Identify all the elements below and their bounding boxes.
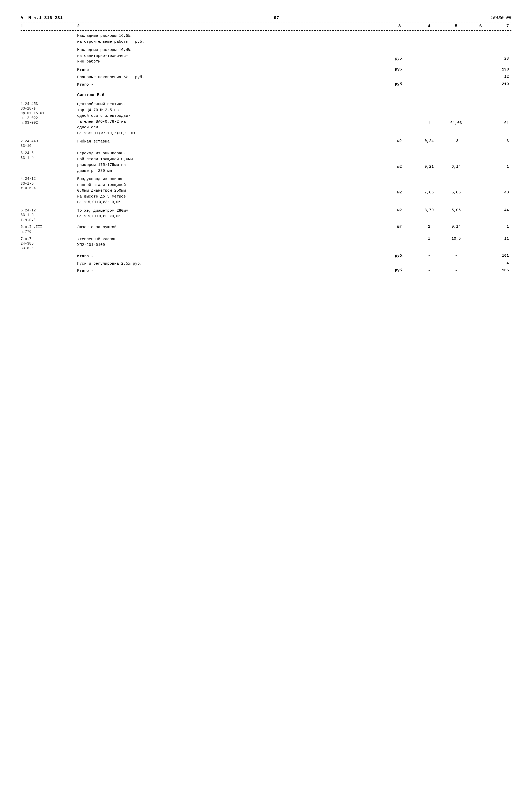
- row-item1-unit: [383, 101, 416, 121]
- row-item6-price-val: 0,14: [442, 225, 470, 229]
- row-itogo1-unit: руб.: [383, 68, 416, 72]
- row-item1-price-val: 61,03: [442, 101, 470, 125]
- row-item7-total: 11: [491, 236, 511, 241]
- row-item6-qty: 2: [416, 225, 442, 229]
- page-header: А- М ч.1 816-231 - 97 - 15430-05: [21, 15, 511, 20]
- row-item4: 4.24-1233-1-бт.ч.п.4 Воздуховод из оцинк…: [21, 176, 511, 206]
- row-item6-unit: шт: [383, 225, 416, 229]
- row-itogo-b6-dash2: -: [442, 254, 470, 258]
- row-itogo-b6-unit: руб.: [383, 254, 416, 258]
- row-pusk: Пуск и регулировка 2,5% руб. - - 4: [21, 261, 511, 267]
- row-item4-total: 40: [491, 176, 511, 195]
- row-item6-desc: Лючок с заглушкой: [77, 225, 383, 230]
- col-header-5: 5: [442, 24, 470, 28]
- row-item5: 5.24-1233-1-бт.ч.п.4 То же, диаметром 28…: [21, 208, 511, 222]
- row-itogo2: Итого - руб. 210: [21, 82, 511, 88]
- row-item6-total: 1: [491, 225, 511, 229]
- row-pusk-dash2: -: [442, 261, 470, 265]
- row-pusk-label: Пуск и регулировка 2,5% руб.: [77, 261, 383, 267]
- row-plan-total: 12: [491, 75, 511, 79]
- doc-number-right: 15430-05: [490, 15, 511, 20]
- row-item5-price-val: 5,06: [442, 208, 470, 212]
- row-item4-price: цена:5,01+0,83× 0,06: [77, 200, 120, 204]
- row-item4-desc: Воздуховод из оцинко-ванной стали толщин…: [77, 176, 383, 206]
- row-item2-desc: Гибкая вставка: [77, 139, 383, 145]
- col-header-2: 2: [77, 24, 383, 28]
- row-item3: 3.24-633-1-б Переход из оцинкован-ной ст…: [21, 151, 511, 174]
- row-item4-price-val: 5,06: [442, 176, 470, 195]
- col-header-1: 1: [21, 24, 77, 28]
- row-item7-qty: 1: [416, 236, 442, 241]
- row-item3-price-val: 6,14: [442, 151, 470, 169]
- row-item5-code: 5.24-1233-1-бт.ч.п.4: [21, 208, 77, 222]
- row-item3-desc: Переход из оцинкован-ной стали толщиной …: [77, 151, 383, 174]
- row-itogo-final-dash1: -: [416, 268, 442, 273]
- row-itogo-final-unit: руб.: [383, 268, 416, 273]
- row-item1-code: 1.24-45333-18-впр-нт 15-01п.12-022п.03-0…: [21, 101, 77, 125]
- row-item3-code: 3.24-633-1-б: [21, 151, 77, 160]
- row-itogo1-total: 198: [491, 68, 511, 72]
- row-item1-qty: 1: [416, 101, 442, 125]
- row-item1-total: 61: [491, 101, 511, 125]
- row-item5-desc: То же, диаметром 280мм цена:5,01+0,83 ×0…: [77, 208, 383, 219]
- row-itogo-final-label: Итого -: [77, 268, 383, 274]
- col-header-7: 7: [491, 24, 511, 28]
- row-item2-price-val: 13: [442, 139, 470, 143]
- row-overhead2-desc: Накладные расходы 16,4%на санитарно-техн…: [77, 47, 383, 65]
- row-item2-code: 2.24-44933-16: [21, 139, 77, 148]
- row-item5-price: цена:5,01+0,83 ×0,06: [77, 214, 120, 218]
- row-itogo-b6-dash1: -: [416, 254, 442, 258]
- row-plan-label: Плановые накопления 6% руб.: [77, 75, 383, 80]
- row-item5-unit: м2: [383, 208, 416, 212]
- row-itogo-final-dash2: -: [442, 268, 470, 273]
- row-item7: 7.в.724-38633-8-г Утепленный клапанУП2-2…: [21, 236, 511, 251]
- row-itogo1-label: Итого -: [77, 68, 383, 73]
- row-item2: 2.24-44933-16 Гибкая вставка м2 0,24 13 …: [21, 139, 511, 148]
- doc-number-left: А- М ч.1 816-231: [21, 15, 62, 20]
- row-item5-total: 44: [491, 208, 511, 212]
- row-itogo2-total: 210: [491, 82, 511, 87]
- row-item2-total: 3: [491, 139, 511, 143]
- page-number: - 97 -: [269, 15, 284, 20]
- row-itogo-final-total: 165: [491, 268, 511, 273]
- section-title-b6: Система В-6: [77, 93, 511, 97]
- header-separator: [21, 22, 511, 22]
- row-item4-code: 4.24-1233-1-бт.ч.п.4: [21, 176, 77, 191]
- row-item7-unit: ": [383, 236, 416, 241]
- row-item6-code: 6.п.Iч.IIIп.776: [21, 225, 77, 234]
- col-header-3: 3: [383, 24, 416, 28]
- row-item6: 6.п.Iч.IIIп.776 Лючок с заглушкой шт 2 0…: [21, 225, 511, 234]
- row-itogo-b6-total: 161: [491, 254, 511, 258]
- row-itogo-b6: Итого - руб. - - 161: [21, 254, 511, 260]
- row-itogo2-unit: руб.: [383, 82, 416, 87]
- row-item3-unit: м2: [383, 151, 416, 169]
- row-item5-qty: 8,79: [416, 208, 442, 212]
- row-item2-unit: м2: [383, 139, 416, 143]
- row-itogo2-label: Итого -: [77, 82, 383, 88]
- row-itogo1: Итого - руб. 198: [21, 68, 511, 73]
- row-item7-desc: Утепленный клапанУП2-201-0100: [77, 236, 383, 248]
- row-overhead2-unit: руб.: [383, 47, 416, 61]
- row-overhead1-total: -: [491, 33, 511, 38]
- row-overhead1: Накладные расходы 16,5%на строительные р…: [21, 33, 511, 45]
- row-pusk-dash1: -: [416, 261, 442, 265]
- row-item7-code: 7.в.724-38633-8-г: [21, 236, 77, 251]
- row-item7-price-val: 10,5: [442, 236, 470, 241]
- row-overhead1-desc: Накладные расходы 16,5%на строительные р…: [77, 33, 383, 45]
- col-header-6: 6: [470, 24, 491, 28]
- row-item1-desc: Центробежный вентиля-тор Ц4-70 № 2,5 нао…: [77, 101, 383, 136]
- row-item3-total: 1: [491, 151, 511, 169]
- row-itogo-final: Итого - руб. - - 165: [21, 268, 511, 274]
- row-item2-qty: 0,24: [416, 139, 442, 143]
- row-pusk-total: 4: [491, 261, 511, 265]
- column-headers: 1 2 3 4 5 6 7: [21, 24, 511, 31]
- col-header-4: 4: [416, 24, 442, 28]
- row-itogo-b6-label: Итого -: [77, 254, 383, 260]
- row-plan: Плановые накопления 6% руб. 12: [21, 75, 511, 80]
- row-item1: 1.24-45333-18-впр-нт 15-01п.12-022п.03-0…: [21, 101, 511, 136]
- row-overhead2: Накладные расходы 16,4%на санитарно-техн…: [21, 47, 511, 65]
- row-item4-qty: 7,85: [416, 176, 442, 195]
- row-item4-unit: м2: [383, 176, 416, 195]
- row-item1-price: цена:32,1+(37-10,7)×1,1 шт: [77, 131, 136, 135]
- row-item3-qty: 0,21: [416, 151, 442, 169]
